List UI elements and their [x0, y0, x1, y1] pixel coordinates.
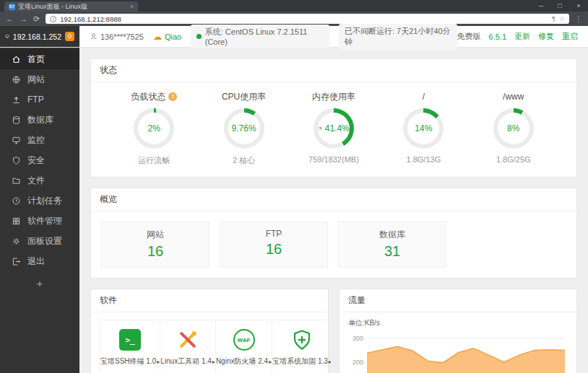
gauge-disk-root: / 14% 1.8G/13G [383, 92, 464, 166]
sidebar-item-monitor[interactable]: 监控 [0, 130, 79, 150]
sidebar-item-sites[interactable]: 网站 [0, 69, 79, 89]
forward-icon[interactable]: → [20, 15, 27, 23]
globe-icon [12, 75, 21, 84]
system-info: 系统: CentOS Linux 7.2.1511 (Core) [191, 25, 329, 48]
system-label: 系统: CentOS Linux 7.2.1511 (Core) [205, 27, 324, 46]
cloud-account-item[interactable]: ☁ Qiao [153, 32, 181, 42]
account-phone: 136****7525 [100, 32, 144, 41]
back-icon[interactable]: ← [6, 15, 14, 23]
update-link[interactable]: 更新 [514, 31, 530, 42]
gauge-value: 2% [148, 123, 160, 133]
gauge-donut: ✈ 41.4% [314, 108, 354, 149]
gauge-donut: 9.76% [224, 108, 264, 149]
window-minimize-button[interactable]: ─ [532, 0, 550, 12]
server-block[interactable]: 192.168.1.252 0 [0, 26, 79, 47]
user-icon [90, 32, 98, 40]
sidebar: 首页 网站 FTP 数据库 监控 安全 文件 计划任务 [0, 48, 79, 373]
browser-menu-icon[interactable]: ⋮ [575, 15, 582, 23]
repair-link[interactable]: 修复 [538, 31, 554, 42]
uptime-info: 已不间断运行: 7天21小时40分钟 [339, 24, 457, 50]
overview-ftp[interactable]: FTP 16 [220, 221, 328, 268]
software-item-waf[interactable]: WAF Nginx防火墙 2.4▸ [215, 320, 272, 373]
gauge-sub: 1.8G/13G [407, 155, 441, 164]
message-badge[interactable]: 0 [65, 32, 74, 41]
overview-card: 概览 网站 16 FTP 16 数据库 31 [90, 188, 577, 278]
overview-card-title: 概览 [91, 188, 576, 211]
bookmark-star-icon[interactable]: ☆ [559, 15, 565, 22]
favicon-icon: BT [9, 4, 15, 10]
tab-close-icon[interactable]: × [130, 3, 134, 10]
traffic-unit-label: 单位:KB/s [348, 318, 568, 328]
overview-boxes: 网站 16 FTP 16 数据库 31 [91, 211, 576, 278]
sidebar-item-security[interactable]: 安全 [0, 150, 79, 170]
gauge-value: 41.4% [325, 123, 350, 133]
bottom-row: 软件 >_ 宝塔SSH终端 1.0▸ Linux工具箱 1.4▸ [90, 289, 577, 373]
site-info-icon[interactable]: i [50, 16, 56, 22]
gauge-sub: 759/1832(MB) [308, 155, 359, 164]
sidebar-add-button[interactable]: + [0, 277, 79, 289]
upload-icon [12, 95, 21, 105]
version-number: 6.5.1 [489, 32, 506, 41]
gauge-sub: 2 核心 [233, 155, 255, 166]
reader-icon[interactable]: ¶ [552, 15, 555, 22]
panel-header: 192.168.1.252 0 136****7525 ☁ Qiao 系统: C… [0, 26, 588, 48]
traffic-card: 流量 单位:KB/s 300200100 [339, 289, 577, 373]
monitor-icon [12, 136, 21, 145]
software-item-toolbox[interactable]: Linux工具箱 1.4▸ [160, 320, 216, 373]
software-card: 软件 >_ 宝塔SSH终端 1.0▸ Linux工具箱 1.4▸ [90, 289, 329, 373]
software-item-harden[interactable]: 宝塔系统加固 1.3▸ [272, 320, 332, 373]
server-ip: 192.168.1.252 [13, 32, 61, 41]
main-content: 状态 负载状态 ? 2% 运行流畅 CPU使用率 9.76% [79, 48, 588, 373]
gauge-sub: 运行流畅 [138, 155, 170, 166]
sidebar-item-database[interactable]: 数据库 [0, 110, 79, 130]
sidebar-item-home[interactable]: 首页 [0, 49, 79, 69]
chevron-right-icon: ▸ [329, 359, 332, 365]
gauge-cpu: CPU使用率 9.76% 2 核心 [204, 92, 285, 166]
shield-icon [12, 156, 21, 165]
logout-icon [12, 257, 21, 266]
database-icon [12, 115, 21, 125]
sidebar-item-files[interactable]: 文件 [0, 170, 79, 190]
traffic-chart: 300200100 [348, 331, 568, 373]
monitor-icon [5, 32, 9, 41]
url-box[interactable]: i 192.168.1.212:8888 ¶ ☆ [46, 14, 569, 24]
sidebar-item-software[interactable]: 软件管理 [0, 211, 79, 231]
overview-sites[interactable]: 网站 16 [101, 221, 209, 268]
browser-tab[interactable]: BT 宝塔Linux面板 - Linux版 × [4, 1, 138, 12]
sidebar-item-cron[interactable]: 计划任务 [0, 190, 79, 211]
header-right: 免费版 6.5.1 更新 修复 重启 [457, 26, 588, 47]
gauge-value: 9.76% [232, 123, 256, 133]
gauge-label: CPU使用率 [222, 91, 266, 103]
gauge-sub: 1.8G/25G [496, 155, 531, 164]
sidebar-item-logout[interactable]: 退出 [0, 251, 79, 271]
browser-addressbar: ← → ⟳ i 192.168.1.212:8888 ¶ ☆ ⋮ [0, 12, 588, 26]
browser-tabbar: BT 宝塔Linux面板 - Linux版 × ─ □ × [0, 0, 588, 12]
rocket-icon[interactable]: ✈ [316, 124, 325, 133]
cloud-icon: ☁ [153, 32, 162, 42]
help-icon[interactable]: ? [168, 92, 177, 101]
status-dot-icon [196, 34, 202, 39]
status-gauges: 负载状态 ? 2% 运行流畅 CPU使用率 9.76% 2 核心 [91, 82, 576, 177]
reload-icon[interactable]: ⟳ [33, 15, 40, 23]
shield-plus-icon [291, 329, 313, 351]
account-item[interactable]: 136****7525 [90, 32, 144, 41]
panel-layout: 首页 网站 FTP 数据库 监控 安全 文件 计划任务 [0, 48, 588, 373]
gauge-value: 8% [507, 123, 519, 133]
cloud-user: Qiao [165, 32, 181, 41]
software-item-ssh[interactable]: >_ 宝塔SSH终端 1.0▸ [100, 320, 160, 373]
window-maximize-button[interactable]: □ [550, 0, 569, 12]
status-card-title: 状态 [91, 59, 576, 82]
sidebar-item-ftp[interactable]: FTP [0, 89, 79, 110]
gauge-label: 负载状态 [131, 91, 165, 103]
gauge-donut: 14% [403, 108, 444, 149]
traffic-body: 单位:KB/s 300200100 [340, 312, 576, 373]
sidebar-item-settings[interactable]: 面板设置 [0, 231, 79, 251]
grid-icon [12, 216, 21, 226]
restart-link[interactable]: 重启 [562, 31, 578, 42]
overview-database[interactable]: 数据库 31 [338, 221, 446, 268]
gauge-disk-www: /www 8% 1.8G/25G [473, 92, 554, 166]
tools-icon [177, 329, 199, 351]
url-text[interactable]: 192.168.1.212:8888 [60, 15, 548, 23]
window-close-button[interactable]: × [569, 0, 588, 12]
window-controls: ─ □ × [532, 0, 588, 12]
